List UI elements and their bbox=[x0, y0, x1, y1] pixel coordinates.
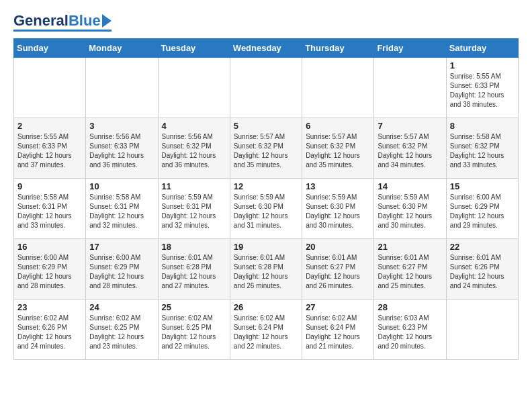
calendar-cell: 18Sunrise: 6:01 AM Sunset: 6:28 PM Dayli… bbox=[158, 239, 230, 300]
calendar-cell: 8Sunrise: 5:58 AM Sunset: 6:32 PM Daylig… bbox=[446, 118, 518, 179]
calendar-week-row: 23Sunrise: 6:02 AM Sunset: 6:26 PM Dayli… bbox=[14, 300, 519, 360]
day-number: 4 bbox=[162, 121, 226, 131]
calendar-cell bbox=[158, 58, 230, 118]
calendar-cell: 2Sunrise: 5:55 AM Sunset: 6:33 PM Daylig… bbox=[14, 118, 86, 179]
day-number: 11 bbox=[162, 181, 226, 191]
weekday-header-saturday: Saturday bbox=[446, 39, 518, 58]
day-number: 5 bbox=[234, 121, 298, 131]
day-number: 12 bbox=[234, 181, 298, 191]
calendar-cell: 26Sunrise: 6:02 AM Sunset: 6:24 PM Dayli… bbox=[230, 300, 302, 360]
calendar-cell: 28Sunrise: 6:03 AM Sunset: 6:23 PM Dayli… bbox=[374, 300, 446, 360]
day-info: Sunrise: 6:02 AM Sunset: 6:26 PM Dayligh… bbox=[17, 314, 82, 351]
calendar-cell: 5Sunrise: 5:57 AM Sunset: 6:32 PM Daylig… bbox=[230, 118, 302, 179]
calendar-cell: 20Sunrise: 6:01 AM Sunset: 6:27 PM Dayli… bbox=[302, 239, 374, 300]
day-number: 9 bbox=[17, 181, 82, 191]
day-info: Sunrise: 5:59 AM Sunset: 6:31 PM Dayligh… bbox=[162, 193, 226, 230]
day-info: Sunrise: 6:01 AM Sunset: 6:28 PM Dayligh… bbox=[162, 253, 226, 291]
day-info: Sunrise: 5:56 AM Sunset: 6:32 PM Dayligh… bbox=[162, 132, 226, 170]
calendar-cell: 25Sunrise: 6:02 AM Sunset: 6:25 PM Dayli… bbox=[158, 300, 230, 360]
day-info: Sunrise: 6:00 AM Sunset: 6:29 PM Dayligh… bbox=[450, 193, 515, 230]
day-number: 25 bbox=[162, 302, 226, 312]
weekday-header-sunday: Sunday bbox=[14, 39, 86, 58]
day-info: Sunrise: 6:01 AM Sunset: 6:26 PM Dayligh… bbox=[450, 253, 515, 291]
calendar-cell bbox=[446, 300, 518, 360]
day-info: Sunrise: 6:00 AM Sunset: 6:29 PM Dayligh… bbox=[89, 253, 154, 291]
day-info: Sunrise: 6:00 AM Sunset: 6:29 PM Dayligh… bbox=[17, 253, 82, 291]
day-info: Sunrise: 5:59 AM Sunset: 6:30 PM Dayligh… bbox=[234, 193, 298, 230]
logo-general: GeneralBlue bbox=[13, 13, 101, 28]
day-info: Sunrise: 5:57 AM Sunset: 6:32 PM Dayligh… bbox=[234, 132, 298, 170]
logo: GeneralBlue bbox=[13, 13, 112, 32]
day-info: Sunrise: 5:56 AM Sunset: 6:33 PM Dayligh… bbox=[89, 132, 154, 170]
day-info: Sunrise: 6:01 AM Sunset: 6:27 PM Dayligh… bbox=[306, 253, 370, 291]
weekday-header-tuesday: Tuesday bbox=[158, 39, 230, 58]
weekday-header-friday: Friday bbox=[374, 39, 446, 58]
calendar-cell: 7Sunrise: 5:57 AM Sunset: 6:32 PM Daylig… bbox=[374, 118, 446, 179]
day-info: Sunrise: 5:58 AM Sunset: 6:31 PM Dayligh… bbox=[17, 193, 82, 230]
calendar-cell: 19Sunrise: 6:01 AM Sunset: 6:28 PM Dayli… bbox=[230, 239, 302, 300]
day-number: 15 bbox=[450, 181, 515, 191]
calendar-cell: 4Sunrise: 5:56 AM Sunset: 6:32 PM Daylig… bbox=[158, 118, 230, 179]
day-info: Sunrise: 5:57 AM Sunset: 6:32 PM Dayligh… bbox=[378, 132, 442, 170]
day-number: 6 bbox=[306, 121, 370, 131]
weekday-header-monday: Monday bbox=[86, 39, 158, 58]
calendar-cell bbox=[14, 58, 86, 118]
calendar-header-row: SundayMondayTuesdayWednesdayThursdayFrid… bbox=[14, 39, 519, 58]
day-number: 26 bbox=[234, 302, 298, 312]
weekday-header-wednesday: Wednesday bbox=[230, 39, 302, 58]
day-number: 14 bbox=[378, 181, 442, 191]
calendar-cell: 1Sunrise: 5:55 AM Sunset: 6:33 PM Daylig… bbox=[446, 58, 518, 118]
day-info: Sunrise: 6:02 AM Sunset: 6:25 PM Dayligh… bbox=[162, 314, 226, 351]
day-number: 13 bbox=[306, 181, 370, 191]
day-number: 27 bbox=[306, 302, 370, 312]
logo-underline bbox=[13, 30, 112, 32]
calendar-cell bbox=[86, 58, 158, 118]
calendar-cell: 24Sunrise: 6:02 AM Sunset: 6:25 PM Dayli… bbox=[86, 300, 158, 360]
day-number: 23 bbox=[17, 302, 82, 312]
day-info: Sunrise: 6:02 AM Sunset: 6:25 PM Dayligh… bbox=[89, 314, 154, 351]
weekday-header-thursday: Thursday bbox=[302, 39, 374, 58]
day-number: 20 bbox=[306, 242, 370, 252]
day-info: Sunrise: 6:03 AM Sunset: 6:23 PM Dayligh… bbox=[378, 314, 442, 351]
day-number: 28 bbox=[378, 302, 442, 312]
calendar-cell: 21Sunrise: 6:01 AM Sunset: 6:27 PM Dayli… bbox=[374, 239, 446, 300]
calendar-cell bbox=[302, 58, 374, 118]
calendar-cell: 12Sunrise: 5:59 AM Sunset: 6:30 PM Dayli… bbox=[230, 179, 302, 239]
day-number: 18 bbox=[162, 242, 226, 252]
day-info: Sunrise: 5:58 AM Sunset: 6:31 PM Dayligh… bbox=[89, 193, 154, 230]
calendar-cell: 3Sunrise: 5:56 AM Sunset: 6:33 PM Daylig… bbox=[86, 118, 158, 179]
day-number: 1 bbox=[450, 60, 515, 71]
calendar-cell: 14Sunrise: 5:59 AM Sunset: 6:30 PM Dayli… bbox=[374, 179, 446, 239]
day-info: Sunrise: 6:02 AM Sunset: 6:24 PM Dayligh… bbox=[306, 314, 370, 351]
page-header: GeneralBlue bbox=[13, 13, 519, 32]
day-info: Sunrise: 5:59 AM Sunset: 6:30 PM Dayligh… bbox=[378, 193, 442, 230]
calendar-cell: 11Sunrise: 5:59 AM Sunset: 6:31 PM Dayli… bbox=[158, 179, 230, 239]
day-info: Sunrise: 5:55 AM Sunset: 6:33 PM Dayligh… bbox=[450, 72, 515, 109]
calendar-week-row: 16Sunrise: 6:00 AM Sunset: 6:29 PM Dayli… bbox=[14, 239, 519, 300]
calendar-table: SundayMondayTuesdayWednesdayThursdayFrid… bbox=[13, 38, 519, 360]
calendar-cell: 17Sunrise: 6:00 AM Sunset: 6:29 PM Dayli… bbox=[86, 239, 158, 300]
day-info: Sunrise: 5:59 AM Sunset: 6:30 PM Dayligh… bbox=[306, 193, 370, 230]
calendar-cell: 22Sunrise: 6:01 AM Sunset: 6:26 PM Dayli… bbox=[446, 239, 518, 300]
calendar-week-row: 9Sunrise: 5:58 AM Sunset: 6:31 PM Daylig… bbox=[14, 179, 519, 239]
day-info: Sunrise: 6:01 AM Sunset: 6:27 PM Dayligh… bbox=[378, 253, 442, 291]
calendar-cell: 16Sunrise: 6:00 AM Sunset: 6:29 PM Dayli… bbox=[14, 239, 86, 300]
day-number: 21 bbox=[378, 242, 442, 252]
day-info: Sunrise: 6:01 AM Sunset: 6:28 PM Dayligh… bbox=[234, 253, 298, 291]
calendar-week-row: 2Sunrise: 5:55 AM Sunset: 6:33 PM Daylig… bbox=[14, 118, 519, 179]
logo-arrow-icon bbox=[102, 14, 112, 28]
day-info: Sunrise: 6:02 AM Sunset: 6:24 PM Dayligh… bbox=[234, 314, 298, 351]
day-info: Sunrise: 5:57 AM Sunset: 6:32 PM Dayligh… bbox=[306, 132, 370, 170]
calendar-cell bbox=[230, 58, 302, 118]
calendar-cell: 15Sunrise: 6:00 AM Sunset: 6:29 PM Dayli… bbox=[446, 179, 518, 239]
calendar-cell: 27Sunrise: 6:02 AM Sunset: 6:24 PM Dayli… bbox=[302, 300, 374, 360]
calendar-cell: 13Sunrise: 5:59 AM Sunset: 6:30 PM Dayli… bbox=[302, 179, 374, 239]
day-number: 16 bbox=[17, 242, 82, 252]
calendar-week-row: 1Sunrise: 5:55 AM Sunset: 6:33 PM Daylig… bbox=[14, 58, 519, 118]
day-number: 10 bbox=[89, 181, 154, 191]
day-number: 24 bbox=[89, 302, 154, 312]
day-number: 3 bbox=[89, 121, 154, 131]
day-number: 7 bbox=[378, 121, 442, 131]
calendar-cell: 23Sunrise: 6:02 AM Sunset: 6:26 PM Dayli… bbox=[14, 300, 86, 360]
day-info: Sunrise: 5:55 AM Sunset: 6:33 PM Dayligh… bbox=[17, 132, 82, 170]
